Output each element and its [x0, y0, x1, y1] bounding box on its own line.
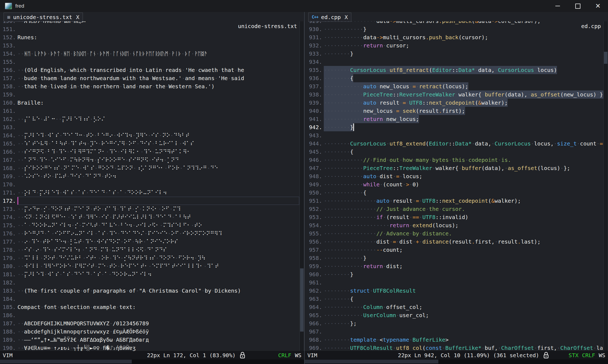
code-line[interactable]: 176.··⠗⠑⠛⠜⠙·⠁·⠊⠕⠋⠋⠔⠤⠝⠁⠊⠇·⠁⠎·⠹⠑·⠙⠑⠁⠙⠑⠌·⠏⠊… [0, 229, 299, 238]
code-line[interactable]: 932.············return·cursor; [306, 41, 603, 50]
code-line[interactable]: 944.········CursorLocus·utf8_extend(Edit… [306, 139, 603, 148]
code-line[interactable]: 160.Braille: [0, 99, 299, 107]
code-line[interactable]: 930.············} [306, 25, 603, 33]
code-line[interactable]: 955.················//·Advance·by·distan… [306, 229, 603, 238]
code-line[interactable]: 931.············data->multi_cursors.push… [306, 33, 603, 41]
code-line[interactable]: 164.··⡍⠜⠇⠑⠹·⠺⠁⠎·⠙⠑⠁⠙⠒·⠞⠕·⠃⠑⠛⠔·⠺⠊⠹⠲·⡹⠻⠑·⠊… [0, 131, 299, 139]
code-line[interactable]: 968.········template·<typename·BufferLik… [306, 336, 603, 344]
code-line[interactable]: 182. [0, 278, 299, 287]
code-line[interactable]: 180.··⠺⠊⠇⠇·⠹⠻⠑⠋⠕⠗⠑·⠏⠻⠍⠊⠞·⠍⠑·⠞⠕·⠗⠑⠏⠑⠁⠞⠂·⠑… [0, 262, 299, 270]
code-line[interactable]: 933.········} [306, 50, 603, 58]
code-line[interactable]: 174.··⠪⠝·⠅⠝⠪⠇⠫⠛⠑⠂·⠱⠁⠞·⠹⠻⠑·⠊⠎·⠏⠜⠞⠊⠊⠥⠇⠜⠇⠹·… [0, 213, 299, 221]
code-line[interactable]: 969.········UTF8ColResult·utf8_col(const… [306, 344, 603, 351]
code-line[interactable]: 966.········}; [306, 319, 603, 327]
right-hscroll-thumb[interactable] [305, 360, 438, 363]
code-line[interactable]: 163. [0, 123, 299, 131]
code-line[interactable]: 936.········{ [306, 74, 603, 82]
code-line[interactable]: 937.············auto·new_locus·=·retract… [306, 82, 603, 90]
code-line[interactable]: 965.············UserColumn·user_col; [306, 311, 603, 319]
minimize-button[interactable] [547, 0, 568, 12]
code-line[interactable]: 953.················if·(result·==·UTF8::… [306, 213, 603, 221]
code-line[interactable]: 967. [306, 327, 603, 336]
code-line[interactable]: 175.··⠁·⠙⠕⠕⠗⠤⠝⠁⠊⠇⠲·⡊·⠍⠊⠣⠞·⠙⠁⠧⠑·⠃⠑⠲·⠔⠊⠇⠔⠫… [0, 221, 299, 229]
right-vertical-scrollbar[interactable] [603, 21, 608, 351]
code-line[interactable]: 952.················//·Just·advance·the·… [306, 205, 603, 213]
code-line[interactable]: 947.············PieceTree::TreeWalker·wa… [306, 164, 603, 172]
left-vscroll-thumb[interactable] [300, 268, 304, 332]
code-line[interactable]: 184. [0, 295, 299, 303]
right-editor[interactable]: ed.cpp 929.················data->multi_c… [305, 21, 608, 351]
tab-close-icon[interactable]: X [76, 14, 79, 20]
code-line[interactable]: 961. [306, 278, 603, 287]
code-line[interactable]: 943. [306, 131, 603, 139]
whitespace-dot: · [353, 255, 357, 261]
code-line[interactable]: 957.················--count; [306, 246, 603, 254]
code-line[interactable]: 189.··–—‘“”„†•…‰™œŠŸž€·ΑΒΓΔΩαβγδω·АБВГДа… [0, 336, 299, 344]
code-line[interactable]: 169.··⠡⠕⠎⠑·⠞⠕·⠏⠥⠞·⠙⠊⠎·⠙⠁⠝⠙·⠞⠕⠲ [0, 172, 299, 180]
code-line[interactable]: 185.Compact·font·selection·example·text: [0, 303, 299, 311]
code-line[interactable]: 172. [0, 197, 299, 205]
code-line[interactable]: 186. [0, 311, 299, 319]
code-line[interactable]: 951.················auto·result·=·UTF8::… [306, 197, 603, 205]
left-hscroll-thumb[interactable] [0, 360, 132, 363]
code-line[interactable]: 165.··⠱⠁⠞⠑⠧⠻·⠁⠃⠳⠞·⠹⠁⠞⠲·⡹⠑·⠗⠑⠛⠊⠌⠻·⠕⠋·⠙⠊⠎·… [0, 139, 299, 148]
close-button[interactable]: ✕ [588, 0, 608, 12]
code-line[interactable]: 154.··ᚻᛖ·ᚳᚹᚫᚦ·ᚦᚫᛏ·ᚻᛖ·ᛒᚢᛞᛖ·ᚩᚾ·ᚦᚫᛗ·ᛚᚪᚾᛞᛖ·ᚾ… [0, 50, 299, 58]
code-line[interactable]: 945.········{ [306, 148, 603, 156]
code-line[interactable]: 181.··⡍⠜⠇⠑⠹·⠺⠁⠎·⠁⠎·⠙⠑⠁⠙·⠁⠎·⠁·⠙⠕⠕⠗⠤⠝⠁⠊⠇⠲ [0, 270, 299, 278]
code-line[interactable]: 166.··⠎⠊⠛⠝⠫·⠃⠹·⠹⠑·⠊⠇⠻⠛⠹⠍⠁⠝⠂·⠹⠑·⠊⠇⠻⠅⠂·⠹⠑·… [0, 148, 299, 156]
code-line[interactable]: 157.··bude·thaem·lande·northweardum·with… [0, 74, 299, 82]
code-line[interactable]: 956.················dist·=·dist·+·distan… [306, 238, 603, 246]
code-line[interactable]: 156.··(Old·English,·which·transcribed·in… [0, 66, 299, 74]
left-code-lines: 150.··እግርህን·በፍራሽህ·ልክ·ዘርጋ።151.152.Runes:1… [0, 21, 299, 351]
code-line[interactable]: 963.········{ [306, 295, 603, 303]
code-line[interactable]: 962.········struct·UTF8ColResult [306, 287, 603, 295]
tab-close-icon[interactable]: X [345, 14, 348, 20]
code-line[interactable]: 159. [0, 90, 299, 99]
code-line[interactable]: 188.··abcdefghijklmnopqrstuvwxyz·£©µÀÆÖÞ… [0, 327, 299, 336]
left-horizontal-scrollbar[interactable] [0, 359, 304, 364]
code-line[interactable]: 938.············PieceTree::ReverseTreeWa… [306, 90, 603, 99]
code-line[interactable]: 941.············return·new_locus; [306, 115, 603, 123]
code-line[interactable]: 946.············//·Find·out·how·many·byt… [306, 156, 603, 164]
code-line[interactable]: 155. [0, 58, 299, 66]
code-line[interactable]: 939.············auto·result·=·UTF8::next… [306, 99, 603, 107]
code-line[interactable]: 187.··ABCDEFGHIJKLMNOPQRSTUVWXYZ·/012345… [0, 319, 299, 327]
code-line[interactable]: 170. [0, 180, 299, 189]
code-line[interactable]: 959.············return·dist; [306, 262, 603, 270]
code-line[interactable]: 190.··∀∂∈ℝ∧∪≡∞·↑↗↨↻⇣·┐┼╔╘░►☺♀·ﬁ�⑀₂ἠḂӥẄɐʒ [0, 344, 299, 351]
code-line[interactable]: 173.··⡍⠔⠙⠖·⡊·⠙⠕⠝⠰⠞·⠍⠑⠁⠝·⠞⠕·⠎⠁⠹·⠹⠁⠞·⡊·⠅⠝⠪… [0, 205, 299, 213]
code-line[interactable]: 183.··(The·first·couple·of·paragraphs·of… [0, 287, 299, 295]
code-line[interactable]: 934. [306, 58, 603, 66]
code-line[interactable]: 949.············while·(count·>·0) [306, 180, 603, 189]
code-line[interactable]: 171.··⡕⠇⠙·⡍⠜⠇⠑⠹·⠺⠁⠎·⠁⠎·⠙⠑⠁⠙·⠁⠎·⠁·⠙⠕⠕⠗⠤⠝⠁… [0, 189, 299, 197]
code-line[interactable]: 177.··⠔·⠹⠑·⠞⠗⠁⠙⠑⠲·⡃⠥⠞·⠹⠑·⠺⠊⠎⠙⠕⠍·⠕⠋·⠳⠗·⠁⠝… [0, 238, 299, 246]
code-line[interactable]: 162.··⡌⠁⠧⠑·⠼⠁⠒··⡍⠜⠇⠑⠹⠰⠎·⡣⠕⠌ [0, 115, 299, 123]
code-line[interactable]: 929.················data->multi_cursors.… [306, 21, 603, 25]
code-line[interactable]: 153. [0, 41, 299, 50]
code-line[interactable]: 178.··⠊⠎·⠔·⠹⠑·⠎⠊⠍⠊⠇⠑⠆·⠁⠝⠙·⠍⠹·⠥⠝⠙⠁⠇⠇⠪⠫·⠙⠁… [0, 246, 299, 254]
code-line[interactable]: 960.········} [306, 270, 603, 278]
code-line[interactable]: 940.············new_locus·=·seek(result.… [306, 107, 603, 115]
whitespace-dot: · [350, 198, 353, 204]
code-line[interactable]: 167.··⠁⠝⠙·⠹⠑·⠡⠊⠑⠋·⠍⠳⠗⠝⠻⠲·⡎⠊⠗⠕⠕⠛⠑·⠎⠊⠛⠝⠫·⠊… [0, 156, 299, 164]
code-line[interactable]: 954.····················return·extend(lo… [306, 221, 603, 229]
code-line[interactable]: 935.········CursorLocus·utf8_retract(Edi… [306, 66, 603, 74]
code-line[interactable]: 958.············} [306, 254, 603, 262]
code-line[interactable]: 168.··⡎⠊⠗⠕⠕⠛⠑⠰⠎·⠝⠁⠍⠑·⠺⠁⠎·⠛⠕⠕⠙·⠥⠏⠕⠝·⠰⡡⠁⠝⠛… [0, 164, 299, 172]
code-line[interactable]: 152.Runes: [0, 33, 299, 41]
code-line[interactable]: 942.········} [306, 123, 603, 131]
left-vertical-scrollbar[interactable] [299, 21, 304, 351]
code-line[interactable]: 964.············Column·offset_col; [306, 303, 603, 311]
code-line[interactable]: 161. [0, 107, 299, 115]
right-vscroll-thumb[interactable] [604, 52, 607, 64]
code-line[interactable]: 179.··⠩⠁⠇⠇·⠝⠕⠞·⠙⠊⠌⠥⠗⠃·⠊⠞⠂·⠕⠗·⠹⠑·⡊⠳⠝⠞⠗⠹⠰⠎… [0, 254, 299, 262]
right-horizontal-scrollbar[interactable] [305, 359, 608, 364]
left-editor[interactable]: unicode-stress.txt 150.··እግርህን·በፍራሽህ·ልክ·… [0, 21, 304, 351]
code-line[interactable]: 158.··that·he·lived·in·the·northern·land… [0, 82, 299, 90]
tab-ed-cpp[interactable]: C++ ed.cpp X [308, 13, 351, 22]
tab-unicode-stress[interactable]: ≡ unicode-stress.txt X [4, 13, 83, 22]
code-line[interactable]: 948.············auto·dist·=·locus; [306, 172, 603, 180]
maximize-button[interactable] [568, 0, 588, 12]
code-line[interactable]: 950.············{ [306, 189, 603, 197]
